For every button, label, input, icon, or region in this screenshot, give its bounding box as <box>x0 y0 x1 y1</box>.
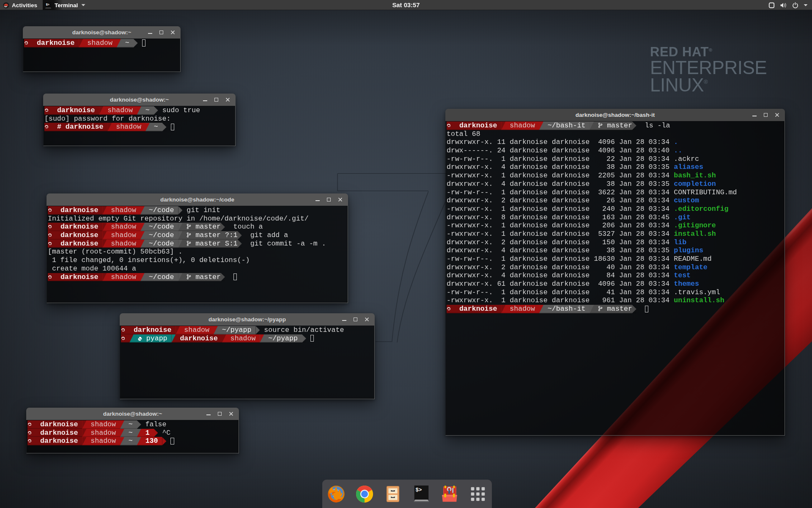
svg-text:$>: $> <box>416 487 422 493</box>
